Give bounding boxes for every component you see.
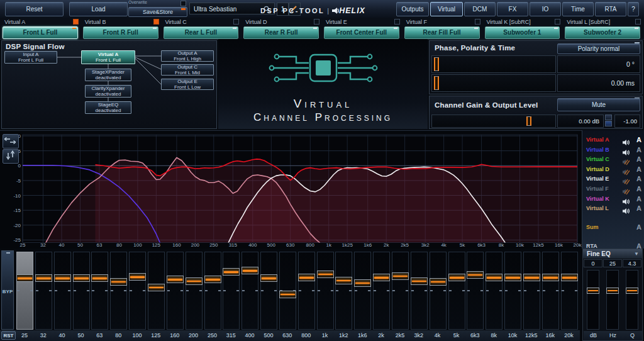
channel-link-checkbox[interactable] bbox=[394, 19, 400, 25]
flow-node-output-e[interactable]: Output EFront L Low bbox=[161, 79, 214, 90]
flow-node-stageeq[interactable]: StageEQdeactivated bbox=[85, 101, 131, 114]
flow-node-output-a[interactable]: Output AFront L High bbox=[161, 50, 214, 62]
eq-band-handle-80[interactable] bbox=[110, 278, 127, 286]
eq-band-track-5k[interactable] bbox=[448, 252, 465, 330]
eq-band-track-10k[interactable] bbox=[504, 252, 521, 330]
eq-band-handle-250[interactable] bbox=[204, 276, 221, 283]
eq-bypass-box[interactable]: BYP bbox=[1, 250, 14, 330]
eq-band-handle-12k5[interactable] bbox=[523, 274, 540, 281]
eq-band-handle-200[interactable] bbox=[186, 277, 203, 285]
eq-band-handle-500[interactable] bbox=[260, 274, 277, 282]
muted-speaker-icon[interactable] bbox=[623, 167, 630, 174]
eq-band-handle-6k3[interactable] bbox=[467, 271, 484, 279]
nav-button-outputs[interactable]: Outputs bbox=[396, 2, 429, 16]
channel-a-badge[interactable]: A bbox=[636, 136, 641, 143]
flow-node-input-a[interactable]: Input AFront L Full bbox=[4, 51, 57, 64]
speaker-icon[interactable] bbox=[623, 137, 630, 144]
zoom-horizontal-button[interactable] bbox=[3, 134, 19, 148]
legend-channel-label[interactable]: Virtual C bbox=[586, 156, 609, 162]
eq-band-handle-8k[interactable] bbox=[486, 274, 502, 281]
speaker-icon[interactable] bbox=[623, 147, 630, 154]
eq-band-handle-16k[interactable] bbox=[542, 274, 559, 281]
flow-node-clarityxpander[interactable]: ClarityXpanderdeactivated bbox=[85, 85, 131, 98]
channel-a-badge[interactable]: A bbox=[636, 204, 641, 212]
eq-band-handle-2k[interactable] bbox=[373, 274, 390, 281]
eq-band-track-4k[interactable] bbox=[430, 252, 447, 330]
speaker-tab-rear-r-full[interactable]: Rear R Full bbox=[243, 26, 319, 39]
speaker-tab-subwoofer-2[interactable]: Subwoofer 2 bbox=[565, 26, 640, 39]
eq-band-track-2k[interactable] bbox=[373, 252, 390, 330]
channel-link-checkbox[interactable] bbox=[153, 19, 159, 25]
eq-band-handle-5k[interactable] bbox=[448, 274, 465, 281]
eq-band-track-40[interactable] bbox=[54, 252, 71, 330]
nav-button-[interactable]: ? bbox=[628, 2, 639, 16]
speaker-tab-front-r-full[interactable]: Front R Full bbox=[83, 26, 158, 39]
muted-speaker-icon[interactable] bbox=[623, 157, 630, 164]
response-chart[interactable]: 2532405063801001251602002503154005006308… bbox=[0, 131, 644, 249]
time-delay-value[interactable]: 0.00 ms bbox=[557, 74, 640, 92]
channel-a-badge[interactable]: A bbox=[636, 195, 641, 203]
legend-channel-label[interactable]: Sum bbox=[586, 224, 599, 230]
channel-link-checkbox[interactable] bbox=[314, 19, 319, 25]
gain-slider[interactable] bbox=[431, 115, 556, 128]
channel-a-badge[interactable]: A bbox=[636, 185, 641, 193]
nav-button-virtual[interactable]: Virtual bbox=[430, 2, 463, 16]
eq-band-handle-3k2[interactable] bbox=[411, 277, 428, 285]
eq-band-handle-100[interactable] bbox=[129, 273, 146, 281]
fine-eq-header[interactable]: Fine EQ▼ bbox=[583, 249, 642, 259]
reset-button[interactable]: Reset bbox=[5, 2, 64, 16]
nav-button-dcm[interactable]: DCM bbox=[464, 2, 496, 16]
speaker-icon[interactable] bbox=[623, 206, 630, 213]
eq-band-handle-1k2[interactable] bbox=[335, 277, 352, 284]
fine-eq-value-hz[interactable]: 25 bbox=[603, 259, 622, 267]
eq-band-track-12k5[interactable] bbox=[523, 252, 540, 330]
eq-band-track-500[interactable] bbox=[260, 252, 277, 330]
overwrite-checkbox[interactable] bbox=[180, 1, 186, 6]
eq-reset-button[interactable]: RST bbox=[1, 331, 16, 340]
speaker-tab-rear-l-full[interactable]: Rear L Full bbox=[164, 26, 239, 39]
eq-band-track-63[interactable] bbox=[91, 252, 108, 330]
eq-band-track-80[interactable] bbox=[110, 252, 127, 330]
gain-stepper[interactable] bbox=[605, 115, 613, 128]
phase-slider-handle[interactable] bbox=[434, 57, 439, 71]
eq-band-track-250[interactable] bbox=[204, 252, 221, 330]
nav-button-rta[interactable]: RTA bbox=[595, 2, 626, 16]
eq-band-track-20k[interactable] bbox=[561, 252, 578, 330]
eq-band-handle-1k6[interactable] bbox=[354, 279, 371, 287]
eq-band-track-16k[interactable] bbox=[542, 252, 559, 330]
eq-band-track-315[interactable] bbox=[223, 252, 240, 330]
eq-band-handle-25[interactable] bbox=[16, 274, 33, 282]
time-delay-slider[interactable] bbox=[431, 74, 556, 92]
flow-node-stagexpander[interactable]: StageXPanderdeactivated bbox=[85, 69, 131, 81]
phase-value[interactable]: 0 ° bbox=[557, 55, 640, 73]
eq-band-track-125[interactable] bbox=[148, 252, 165, 330]
eq-band-track-2k5[interactable] bbox=[392, 252, 409, 330]
channel-link-checkbox[interactable] bbox=[635, 19, 641, 25]
eq-band-track-3k2[interactable] bbox=[411, 252, 428, 330]
eq-band-handle-1k[interactable] bbox=[317, 271, 334, 278]
eq-band-track-1k[interactable] bbox=[317, 252, 334, 330]
fine-eq-value-q[interactable]: 4.3 bbox=[623, 259, 641, 267]
channel-link-checkbox[interactable] bbox=[233, 19, 239, 25]
legend-channel-label[interactable]: Virtual L bbox=[586, 205, 609, 211]
fine-eq-value-db[interactable]: 0 bbox=[584, 259, 602, 267]
eq-band-track-100[interactable] bbox=[129, 252, 146, 330]
channel-a-badge[interactable]: A bbox=[636, 175, 641, 182]
eq-band-track-8k[interactable] bbox=[486, 252, 502, 330]
legend-channel-label[interactable]: Virtual F bbox=[586, 186, 609, 192]
nav-button-time[interactable]: Time bbox=[562, 2, 594, 16]
save-store-button[interactable]: Save&Store bbox=[128, 7, 187, 17]
flow-node-virtual-a[interactable]: Virtual AFront L Full bbox=[81, 50, 135, 64]
legend-channel-label[interactable]: Virtual D bbox=[586, 166, 609, 172]
fine-eq-handle-db[interactable] bbox=[587, 288, 599, 294]
eq-band-track-200[interactable] bbox=[186, 252, 203, 330]
eq-band-handle-40[interactable] bbox=[54, 274, 71, 282]
channel-a-badge[interactable]: A bbox=[636, 165, 641, 173]
fine-eq-slider-db[interactable] bbox=[587, 270, 599, 330]
speaker-tab-rear-fill-full[interactable]: Rear Fill Full bbox=[404, 26, 480, 39]
muted-speaker-icon[interactable] bbox=[623, 176, 630, 183]
channel-link-checkbox[interactable] bbox=[73, 19, 79, 25]
nav-button-io[interactable]: IO bbox=[530, 2, 561, 16]
eq-band-handle-10k[interactable] bbox=[504, 274, 521, 281]
eq-band-handle-2k5[interactable] bbox=[392, 272, 409, 280]
